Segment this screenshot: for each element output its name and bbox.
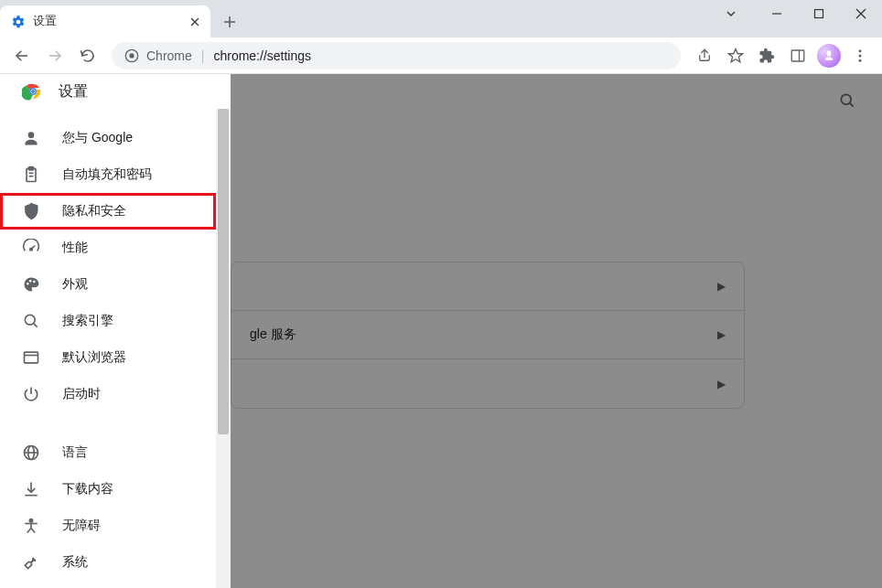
svg-marker-12 xyxy=(729,48,743,61)
sidebar-item-label: 无障碍 xyxy=(62,518,101,534)
site-info-chip[interactable]: Chrome xyxy=(124,48,192,63)
sidebar-item-appearance[interactable]: 外观 xyxy=(0,266,216,303)
svg-point-30 xyxy=(29,280,32,283)
separator: | xyxy=(201,48,205,63)
browser-tab[interactable]: 设置 xyxy=(0,5,210,37)
window-close-button[interactable] xyxy=(840,0,882,27)
url-text: chrome://settings xyxy=(213,48,311,63)
svg-line-46 xyxy=(31,529,35,533)
sidebar-item-label: 搜索引擎 xyxy=(62,313,113,329)
window-titlebar: 设置 xyxy=(0,0,882,37)
sidebar-item-performance[interactable]: 性能 xyxy=(0,230,216,266)
svg-point-32 xyxy=(25,315,35,325)
sidebar-item-label: 系统 xyxy=(62,554,88,571)
gear-icon xyxy=(11,15,26,29)
accessibility-icon xyxy=(22,517,40,535)
tab-strip: 设置 xyxy=(0,0,710,37)
svg-point-29 xyxy=(27,283,29,285)
sidebar-nav: 您与 Google 自动填充和密码 隐私和安全 性能 外观 xyxy=(0,109,216,588)
sidebar-item-languages[interactable]: 语言 xyxy=(0,434,216,471)
svg-line-33 xyxy=(34,324,38,327)
back-button[interactable] xyxy=(7,41,37,70)
search-icon xyxy=(22,312,40,330)
menu-button[interactable] xyxy=(845,41,875,70)
side-panel-button[interactable] xyxy=(783,41,812,70)
scrollbar-thumb[interactable] xyxy=(218,109,229,434)
avatar-icon xyxy=(817,44,841,68)
sidebar-item-label: 语言 xyxy=(62,444,88,461)
sidebar-item-label: 自动填充和密码 xyxy=(62,166,152,183)
svg-rect-34 xyxy=(25,352,38,363)
svg-rect-24 xyxy=(29,167,34,170)
wrench-icon xyxy=(22,553,40,572)
sidebar-divider xyxy=(0,412,216,434)
svg-point-42 xyxy=(29,519,32,522)
sidebar-item-label: 外观 xyxy=(62,276,88,293)
sidebar-item-label: 默认浏览器 xyxy=(62,349,126,366)
sidebar-item-accessibility[interactable]: 无障碍 xyxy=(0,508,216,544)
tab-search-button[interactable] xyxy=(710,0,752,27)
sidebar-item-privacy-security[interactable]: 隐私和安全 xyxy=(0,193,216,230)
browser-toolbar: Chrome | chrome://settings xyxy=(0,37,882,74)
svg-point-11 xyxy=(129,53,134,58)
sidebar-item-on-startup[interactable]: 启动时 xyxy=(0,376,216,412)
sidebar-item-you-and-google[interactable]: 您与 Google xyxy=(0,120,216,156)
sidebar-title: 设置 xyxy=(59,82,88,102)
reload-button[interactable] xyxy=(73,41,102,70)
settings-page: 设置 您与 Google 自动填充和密码 隐私和安全 性能 xyxy=(0,74,882,588)
svg-point-22 xyxy=(28,132,35,138)
chrome-logo-icon xyxy=(22,80,44,102)
svg-point-21 xyxy=(31,90,35,93)
svg-rect-13 xyxy=(791,50,804,61)
share-button[interactable] xyxy=(690,41,719,70)
new-tab-button[interactable] xyxy=(216,8,243,36)
clipboard-icon xyxy=(22,166,40,184)
window-controls xyxy=(710,0,882,27)
sidebar-scrollbar[interactable] xyxy=(216,109,231,588)
modal-overlay[interactable] xyxy=(231,74,882,588)
tab-title: 设置 xyxy=(33,14,183,29)
browser-icon xyxy=(22,348,40,367)
sidebar-item-system[interactable]: 系统 xyxy=(0,544,216,581)
sidebar-item-label: 启动时 xyxy=(62,386,101,402)
sidebar-item-label: 隐私和安全 xyxy=(62,203,126,219)
svg-rect-5 xyxy=(815,10,823,18)
close-icon[interactable] xyxy=(190,17,199,27)
forward-button[interactable] xyxy=(40,41,70,70)
sidebar-header: 设置 xyxy=(0,74,231,109)
svg-point-28 xyxy=(30,248,33,251)
sidebar-item-label: 您与 Google xyxy=(62,130,133,146)
globe-icon xyxy=(22,444,40,462)
window-maximize-button[interactable] xyxy=(798,0,840,27)
sidebar-item-downloads[interactable]: 下载内容 xyxy=(0,471,216,508)
sidebar-item-default-browser[interactable]: 默认浏览器 xyxy=(0,339,216,376)
download-icon xyxy=(22,480,40,498)
chrome-label: Chrome xyxy=(146,48,192,63)
sidebar-item-label: 下载内容 xyxy=(62,481,113,497)
speedometer-icon xyxy=(22,239,40,257)
shield-icon xyxy=(22,202,40,220)
sidebar-item-label: 性能 xyxy=(62,240,88,256)
sidebar-item-autofill[interactable]: 自动填充和密码 xyxy=(0,156,216,193)
bookmark-button[interactable] xyxy=(721,41,750,70)
svg-point-17 xyxy=(859,59,862,61)
window-minimize-button[interactable] xyxy=(756,0,798,27)
svg-line-45 xyxy=(27,529,31,533)
palette-icon xyxy=(22,275,40,294)
settings-sidebar: 设置 您与 Google 自动填充和密码 隐私和安全 性能 xyxy=(0,74,231,588)
power-icon xyxy=(22,385,40,403)
svg-point-15 xyxy=(859,49,862,52)
extensions-button[interactable] xyxy=(752,41,781,70)
settings-main: ▶ gle 服务 ▶ ▶ xyxy=(231,74,882,588)
svg-point-31 xyxy=(33,281,36,283)
sidebar-item-search-engine[interactable]: 搜索引擎 xyxy=(0,303,216,339)
profile-avatar[interactable] xyxy=(814,41,844,70)
person-icon xyxy=(22,129,40,147)
svg-point-16 xyxy=(859,54,862,57)
address-bar[interactable]: Chrome | chrome://settings xyxy=(112,42,681,69)
